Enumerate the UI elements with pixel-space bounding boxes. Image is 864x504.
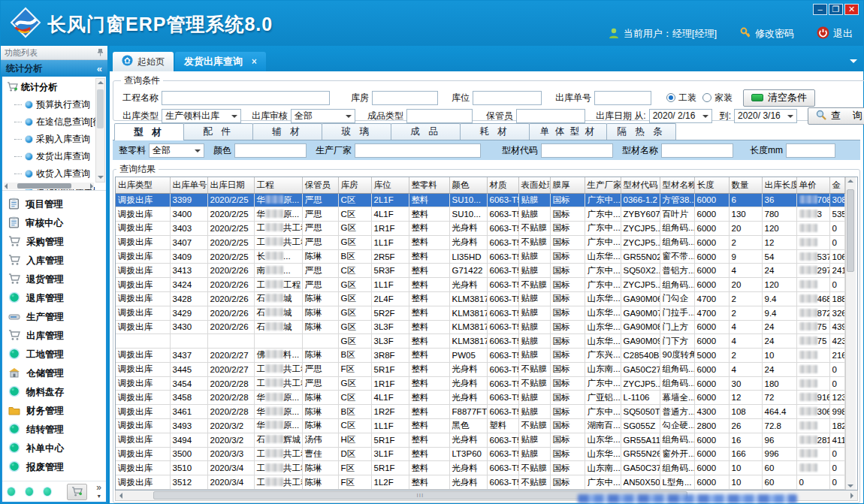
outbound-no-input[interactable] bbox=[594, 91, 651, 105]
tab-close-icon[interactable]: × bbox=[252, 56, 257, 67]
column-header[interactable]: 工程 bbox=[254, 177, 302, 193]
table-row[interactable]: 调拨出库34302020/2/26石城陈琳G区3L3F整料KLM38176063… bbox=[116, 320, 844, 334]
column-header[interactable]: 整零料 bbox=[409, 177, 449, 193]
sidebar-item-inbound[interactable]: 入库管理 bbox=[8, 252, 106, 270]
sidebar-item-inventory[interactable]: 物料盘存 bbox=[8, 383, 106, 402]
pin-icon[interactable] bbox=[97, 48, 104, 58]
table-row[interactable]: 调拨出库34612020/2/28华原...陈琳B区1R2F整料F8877FT6… bbox=[116, 405, 844, 419]
table-row[interactable]: 调拨出库34542020/2/28工共工程严思G区1R1F整料光身料6063-T… bbox=[116, 376, 844, 391]
column-header[interactable]: 型材代码 bbox=[621, 177, 660, 193]
search-button[interactable]: 查 询 bbox=[808, 107, 864, 125]
keeper-input[interactable] bbox=[516, 109, 585, 123]
product-type-input[interactable] bbox=[406, 109, 473, 123]
tree-item-purchase-inbound-query[interactable]: 采购入库查询 bbox=[7, 131, 106, 148]
material-tab-2[interactable]: 辅 材 bbox=[252, 123, 322, 140]
tree-item-shipping-outbound-query[interactable]: 发货出库查询 bbox=[7, 148, 106, 165]
close-button[interactable]: ✕ bbox=[844, 4, 859, 15]
outbound-audit-select[interactable]: 全部 bbox=[291, 109, 355, 123]
minimize-button[interactable]: – bbox=[813, 4, 827, 15]
footer-overflow-button[interactable]: »▾ bbox=[96, 484, 101, 499]
color-input[interactable] bbox=[234, 143, 307, 158]
table-row[interactable]: 调拨出库34452020/2/27工共工程严思F区5R1F整料光身料6063-T… bbox=[116, 362, 844, 376]
sidebar-item-supplement[interactable]: 补单中心 bbox=[8, 439, 106, 458]
table-row[interactable]: 调拨出库34092020/2/25长...陈琳B区2R5F整料LI35HD606… bbox=[116, 249, 844, 264]
material-tab-7[interactable]: 隔 热 条 bbox=[606, 123, 676, 140]
maximize-button[interactable]: ❐ bbox=[829, 4, 843, 15]
material-tab-1[interactable]: 配 件 bbox=[183, 123, 253, 140]
tree-item-transit-info-query[interactable]: 在途信息查询[待 bbox=[7, 113, 106, 131]
sidebar-item-outbound[interactable]: 出库管理 bbox=[8, 327, 106, 346]
column-header[interactable]: 单价 bbox=[796, 177, 829, 193]
scroll-up-icon[interactable] bbox=[847, 180, 853, 183]
column-header[interactable]: 金 bbox=[829, 177, 844, 193]
tab-list-dropdown-icon[interactable] bbox=[850, 59, 857, 67]
column-header[interactable]: 出库日期 bbox=[207, 177, 254, 193]
material-tab-6[interactable]: 单 体 型 材 bbox=[529, 123, 607, 140]
sidebar-item-project[interactable]: 项目管理 bbox=[8, 195, 106, 214]
tree-vertical-scrollbar[interactable] bbox=[95, 78, 105, 183]
column-header[interactable]: 库房 bbox=[338, 177, 371, 193]
table-row[interactable]: 调拨出库35102020/3/4工共工程陈琳F区5R1F整料光身料6063-T5… bbox=[116, 461, 844, 475]
tree-root[interactable]: 统计分析 bbox=[7, 79, 106, 96]
table-row[interactable]: 调拨出库34292020/2/26石城陈琳G区5R2F整料KLM38176063… bbox=[116, 306, 844, 320]
table-row[interactable]: 调拨出库34242020/2/26工工程严思G区1L1F整料光身料6063-T5… bbox=[116, 278, 844, 292]
clear-conditions-button[interactable]: 清空条件 bbox=[743, 89, 815, 107]
column-header[interactable]: 表面处理 bbox=[518, 177, 550, 193]
table-row[interactable]: G区3L3F整料KLM38176063-T5贴膜国标山东华...GA90M09.… bbox=[116, 334, 844, 349]
column-header[interactable]: 膜厚 bbox=[550, 177, 585, 193]
sidebar-item-audit[interactable]: 审核中心 bbox=[8, 214, 106, 233]
table-row[interactable]: 调拨出库35002020/3/3工共工程曹佳D区3L1F整料LT3P606063… bbox=[116, 447, 844, 461]
table-row[interactable]: 调拨出库34582020/2/28华原...陈琳C区4L1F整料光身料6063-… bbox=[116, 391, 844, 405]
material-tab-3[interactable]: 玻 璃 bbox=[322, 123, 391, 140]
sidebar-item-carryover[interactable]: 结转管理 bbox=[8, 421, 106, 439]
manufacturer-input[interactable] bbox=[355, 143, 481, 158]
sidebar-section-header[interactable]: 统计分析 « bbox=[1, 60, 107, 77]
column-header[interactable]: 生产厂家 bbox=[585, 177, 621, 193]
radio-gongzhuang[interactable]: 工装 bbox=[666, 92, 696, 104]
scroll-down-icon[interactable] bbox=[847, 484, 853, 487]
location-input[interactable] bbox=[473, 91, 542, 105]
column-header[interactable]: 出库长度 bbox=[762, 177, 796, 193]
column-header[interactable]: 材质 bbox=[487, 177, 518, 193]
column-header[interactable]: 颜色 bbox=[449, 177, 487, 193]
sidebar-item-scrap[interactable]: 报废管理 bbox=[8, 458, 106, 477]
profile-code-input[interactable] bbox=[541, 143, 613, 158]
tree-item-receiving-inbound-query[interactable]: 收货入库查询 bbox=[7, 165, 106, 183]
tab-shipping-outbound-query[interactable]: 发货出库查询 × bbox=[175, 52, 266, 71]
material-tab-4[interactable]: 成 品 bbox=[391, 123, 461, 140]
column-header[interactable]: 长度 bbox=[694, 177, 729, 193]
collapse-icon[interactable]: « bbox=[97, 63, 102, 74]
table-row[interactable]: 调拨出库33992020/2/25华原...严思C区2L1F整料SU10...6… bbox=[116, 193, 844, 207]
table-row[interactable]: 调拨出库34032020/2/25工共工程严思G区1R1F整料光身料6063-T… bbox=[116, 222, 844, 236]
footer-cart-button[interactable] bbox=[67, 484, 87, 500]
date-from-select[interactable]: 2020/ 2/16 bbox=[649, 109, 712, 123]
change-password-button[interactable]: 修改密码 bbox=[739, 27, 794, 41]
radio-jiazhuang[interactable]: 家装 bbox=[702, 92, 733, 104]
tree-item-budget-exec-query[interactable]: 预算执行查询 bbox=[7, 96, 106, 113]
sidebar-item-purchase[interactable]: 采购管理 bbox=[8, 233, 106, 252]
whole-part-select[interactable]: 全部 bbox=[149, 143, 204, 158]
profile-name-input[interactable] bbox=[661, 143, 733, 158]
table-row[interactable]: 调拨出库34942020/3/2石辉城汤伟H区5R1F整料光身料6063-T5贴… bbox=[116, 433, 844, 447]
material-tab-0[interactable]: 型 材 bbox=[114, 123, 184, 140]
table-row[interactable]: 调拨出库34282020/2/26石城陈琳G区2L4F整料KLM38176063… bbox=[116, 291, 844, 306]
column-header[interactable]: 出库单号 bbox=[170, 177, 207, 193]
column-header[interactable]: 数量 bbox=[729, 177, 762, 193]
footer-dot-icon[interactable] bbox=[25, 487, 34, 496]
column-header[interactable]: 出库类型 bbox=[116, 177, 170, 193]
sidebar-item-return-store[interactable]: 退库管理 bbox=[8, 289, 106, 308]
tab-home[interactable]: 起始页 bbox=[113, 52, 174, 71]
tree-horizontal-scrollbar[interactable] bbox=[4, 183, 94, 189]
sidebar-item-warehouse[interactable]: 仓储管理 bbox=[8, 364, 106, 383]
table-row[interactable]: 调拨出库34072020/2/25工共工程严思G区1L1F整料光身料6063-T… bbox=[116, 235, 844, 249]
table-vertical-scrollbar[interactable] bbox=[845, 177, 856, 490]
table-row[interactable]: 调拨出库35122020/3/4工共工程陈琳F区1L2F整料光身料6063-T5… bbox=[116, 475, 844, 490]
project-name-input[interactable] bbox=[162, 91, 330, 105]
table-row[interactable]: 调拨出库34372020/2/27佛料...陈琳B区3R8F整料PW056063… bbox=[116, 349, 844, 363]
warehouse-input[interactable] bbox=[372, 91, 438, 105]
date-to-select[interactable]: 2020/ 3/16 bbox=[734, 109, 797, 123]
table-row[interactable]: 调拨出库34002020/2/25华原...严思C区4L1F整料SU10...6… bbox=[116, 207, 844, 222]
table-row[interactable]: 调拨出库34932020/3/2华原...陈琳C区1L1F整料黑色塑料不贴膜国标… bbox=[116, 419, 844, 433]
footer-dot-icon[interactable] bbox=[43, 487, 52, 496]
column-header[interactable]: 型材名称 bbox=[660, 177, 694, 193]
